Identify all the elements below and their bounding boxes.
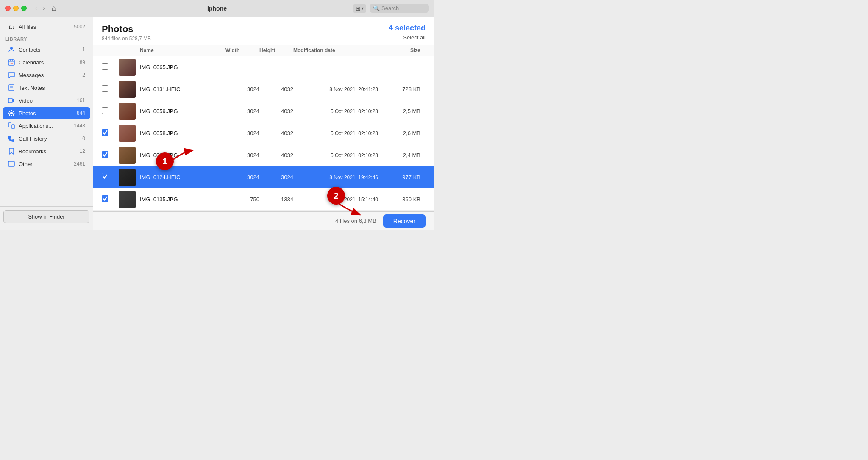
files-info: 4 files on 6,3 MB — [335, 218, 376, 224]
row-checkbox[interactable] — [102, 173, 108, 180]
row-checkbox[interactable] — [102, 85, 108, 92]
sidebar-item-video[interactable]: Video 161 — [3, 94, 90, 106]
page-title: Photos — [102, 24, 151, 35]
titlebar: ‹ › ⌂ Iphone ⊞ ▾ 🔍 — [0, 0, 434, 17]
col-width-header[interactable]: Width — [225, 47, 259, 53]
row-checkbox[interactable] — [102, 63, 108, 70]
sidebar-item-other[interactable]: Other 2461 — [3, 158, 90, 170]
file-thumb — [119, 125, 140, 142]
calendars-icon: 29 — [8, 58, 15, 66]
file-date: 5 Oct 2021, 02:10:28 — [293, 152, 378, 158]
col-height-header[interactable]: Height — [259, 47, 293, 53]
file-thumb — [119, 103, 140, 120]
svg-rect-22 — [8, 161, 14, 166]
forward-button[interactable]: › — [41, 4, 46, 13]
file-table[interactable]: IMG_0065.JPGIMG_0131.HEIC302440328 Nov 2… — [93, 56, 434, 211]
table-row[interactable]: IMG_0065.JPG — [93, 56, 434, 78]
sidebar-item-label: Bookmarks — [19, 148, 76, 155]
table-row[interactable]: IMG_0058.JPG302440325 Oct 2021, 02:10:28… — [93, 122, 434, 144]
sidebar-item-count: 161 — [77, 97, 85, 103]
file-name: IMG_0058.JPG — [140, 130, 225, 136]
sidebar-item-label: Video — [19, 97, 73, 104]
sidebar-item-bookmarks[interactable]: Bookmarks 12 — [3, 145, 90, 157]
svg-text:29: 29 — [10, 62, 13, 65]
sidebar-item-calendars[interactable]: 29 Calendars 89 — [3, 56, 90, 68]
file-thumb — [119, 169, 140, 186]
sidebar-item-applications[interactable]: Applications... 1443 — [3, 120, 90, 132]
row-checkbox-cell[interactable] — [102, 107, 119, 116]
file-width: 3024 — [225, 174, 259, 180]
row-checkbox-cell[interactable] — [102, 195, 119, 204]
sidebar-footer: Show in Finder — [0, 206, 93, 227]
file-thumb — [119, 147, 140, 164]
file-name: IMG_0135.JPG — [140, 196, 225, 202]
content-title-block: Photos 844 files on 528,7 MB — [102, 24, 151, 42]
file-date: 8 Nov 2021, 19:42:46 — [293, 175, 378, 180]
sidebar-item-photos[interactable]: Photos 844 — [3, 107, 90, 119]
minimize-button[interactable] — [13, 6, 19, 11]
recover-button[interactable]: Recover — [383, 214, 426, 228]
search-input[interactable] — [381, 5, 424, 11]
svg-point-13 — [11, 115, 12, 116]
sidebar-item-count: 0 — [82, 136, 85, 141]
table-row[interactable]: IMG_0131.HEIC302440328 Nov 2021, 20:41:2… — [93, 78, 434, 100]
table-row[interactable]: IMG_0124.HEIC302430248 Nov 2021, 19:42:4… — [93, 166, 434, 188]
window-title: Iphone — [207, 5, 227, 12]
svg-point-17 — [13, 111, 14, 112]
titlebar-right: ⊞ ▾ 🔍 — [353, 4, 429, 13]
sidebar-item-label: Calendars — [19, 59, 76, 66]
traffic-lights — [5, 6, 27, 11]
select-all-link[interactable]: Select all — [403, 34, 426, 41]
row-checkbox-cell[interactable] — [102, 85, 119, 94]
bookmarks-icon — [8, 147, 15, 155]
file-name: IMG_0064.JPG — [140, 152, 225, 158]
file-width: 3024 — [225, 152, 259, 158]
home-icon[interactable]: ⌂ — [52, 4, 56, 13]
sidebar-item-label: Call History — [19, 136, 79, 142]
row-checkbox-cell[interactable] — [102, 173, 119, 182]
search-bar[interactable]: 🔍 — [370, 4, 429, 13]
row-checkbox[interactable] — [102, 151, 108, 158]
svg-point-18 — [9, 114, 10, 116]
svg-point-15 — [14, 113, 15, 114]
row-checkbox[interactable] — [102, 195, 108, 202]
maximize-button[interactable] — [21, 6, 27, 11]
view-switcher[interactable]: ⊞ ▾ — [353, 4, 366, 13]
file-size: 2,5 MB — [378, 108, 420, 114]
sidebar-item-label: Photos — [19, 110, 73, 116]
svg-rect-10 — [8, 98, 12, 103]
row-checkbox-cell[interactable] — [102, 129, 119, 138]
table-row[interactable]: IMG_0059.JPG302440325 Oct 2021, 02:10:28… — [93, 100, 434, 122]
row-checkbox-cell[interactable] — [102, 63, 119, 72]
sidebar-item-label: All files — [19, 24, 70, 30]
col-date-header[interactable]: Modification date — [293, 47, 378, 53]
row-checkbox[interactable] — [102, 129, 108, 136]
applications-icon — [8, 122, 15, 130]
back-button[interactable]: ‹ — [33, 4, 39, 13]
sidebar: 🗂 All files 5002 Library Contacts 1 29 C… — [0, 17, 93, 230]
file-width: 3024 — [225, 108, 259, 114]
col-name-header[interactable]: Name — [140, 47, 225, 53]
row-checkbox[interactable] — [102, 107, 108, 114]
svg-rect-21 — [12, 125, 14, 129]
file-height: 4032 — [259, 108, 293, 114]
search-icon: 🔍 — [373, 5, 380, 11]
row-checkbox-cell[interactable] — [102, 151, 119, 160]
sidebar-item-call-history[interactable]: Call History 0 — [3, 133, 90, 144]
contacts-icon — [8, 46, 15, 53]
svg-point-11 — [10, 112, 13, 114]
table-row[interactable]: IMG_0064.JPG302440325 Oct 2021, 02:10:28… — [93, 144, 434, 166]
col-size-header[interactable]: Size — [378, 47, 420, 53]
file-size: 977 KB — [378, 174, 420, 180]
sidebar-item-all-files[interactable]: 🗂 All files 5002 — [3, 21, 90, 33]
sidebar-item-messages[interactable]: Messages 2 — [3, 69, 90, 81]
file-height: 4032 — [259, 86, 293, 92]
close-button[interactable] — [5, 6, 11, 11]
text-notes-icon — [8, 84, 15, 91]
sidebar-item-contacts[interactable]: Contacts 1 — [3, 44, 90, 55]
file-name: IMG_0131.HEIC — [140, 86, 225, 92]
svg-point-14 — [8, 113, 10, 114]
show-in-finder-button[interactable]: Show in Finder — [3, 210, 89, 223]
sidebar-item-text-notes[interactable]: Text Notes — [3, 82, 90, 94]
table-row[interactable]: IMG_0135.JPG750133412 Nov 2021, 15:14:40… — [93, 188, 434, 211]
